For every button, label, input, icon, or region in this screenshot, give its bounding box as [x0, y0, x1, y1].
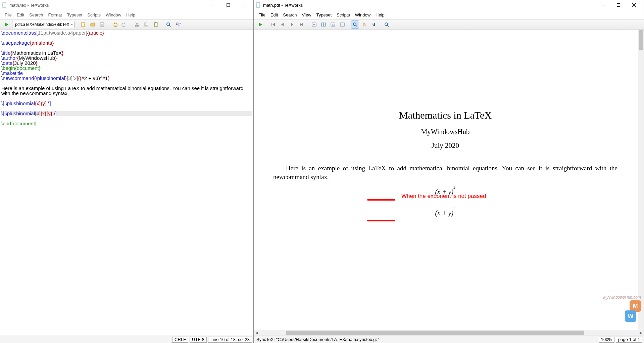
undo-button[interactable] [111, 20, 119, 29]
chevron-down-icon: ▾ [71, 23, 73, 26]
scroll-tool-button[interactable] [360, 20, 368, 29]
editor-menubar: File Edit Search Format Typeset Scripts … [0, 10, 253, 19]
fit-page-button[interactable] [319, 20, 328, 29]
annotation-text: When the exponent is not passed [401, 193, 486, 200]
pdf-viewport[interactable]: Mathematics in LaTeX MyWindowsHub July 2… [254, 30, 644, 330]
status-synctex: SyncTeX: "C:/Users/Harsit/Documents/LATE… [255, 337, 380, 342]
select-text-button[interactable]: A [370, 20, 378, 29]
menu-edit[interactable]: Edit [268, 11, 280, 18]
svg-point-49 [385, 23, 388, 26]
tok: \plusbinomial [36, 75, 65, 81]
fit-window-button[interactable] [338, 20, 346, 29]
menu-file[interactable]: File [256, 11, 267, 18]
first-page-button[interactable] [269, 20, 277, 29]
svg-line-24 [169, 25, 170, 27]
svg-marker-33 [273, 23, 275, 26]
tok: \documentclass [1, 30, 36, 36]
prev-page-button[interactable] [279, 20, 287, 29]
tok: {article} [87, 30, 104, 36]
menu-typeset[interactable]: Typeset [314, 11, 334, 18]
tok: [11pt,twoside,a4paper] [36, 30, 87, 36]
menu-scripts[interactable]: Scripts [335, 11, 352, 18]
redo-button[interactable] [120, 20, 128, 29]
status-cursor[interactable]: Line 16 of 18; col 28 [208, 337, 252, 343]
cut-button[interactable] [133, 20, 141, 29]
next-page-button[interactable] [288, 20, 296, 29]
paste-button[interactable] [152, 20, 160, 29]
menu-typeset[interactable]: Typeset [65, 11, 85, 18]
magnify-tool-button[interactable] [351, 20, 359, 29]
fit-width-button[interactable] [310, 20, 318, 29]
status-eol[interactable]: CRLF [172, 337, 188, 343]
tok: \newcommand [1, 75, 34, 81]
menu-format[interactable]: Format [46, 11, 64, 18]
svg-line-46 [356, 25, 357, 27]
pdf-doc-title: Mathematics in LaTeX [254, 110, 637, 121]
typeset-button[interactable] [3, 20, 11, 29]
open-file-button[interactable] [89, 20, 97, 29]
editor-title: math.tex - TeXworks [9, 3, 205, 8]
svg-point-23 [167, 23, 169, 26]
find-button[interactable] [164, 20, 172, 29]
new-file-button[interactable] [79, 20, 87, 29]
close-button[interactable] [626, 0, 642, 10]
tok: [3][2] [67, 75, 78, 81]
engine-combo-label: pdfLaTeX+MakeIndex+BibTeX [15, 22, 69, 27]
copy-button[interactable] [142, 20, 150, 29]
minimize-button[interactable] [595, 0, 611, 10]
tok: } [62, 50, 63, 56]
svg-rect-28 [617, 4, 620, 7]
maximize-button[interactable] [220, 0, 236, 10]
scroll-left-icon[interactable]: ◀ [254, 331, 259, 335]
svg-marker-35 [291, 23, 293, 26]
status-zoom[interactable]: 100% [599, 337, 614, 343]
svg-marker-34 [281, 23, 284, 26]
menu-window[interactable]: Window [104, 11, 123, 18]
tok: {amsfonts} [30, 40, 54, 46]
maximize-button[interactable] [611, 0, 626, 10]
tok: \] [47, 100, 51, 106]
svg-rect-11 [101, 23, 103, 24]
svg-line-50 [387, 25, 389, 27]
code-editor[interactable]: \documentclass[11pt,twoside,a4paper]{art… [0, 30, 253, 336]
close-button[interactable] [236, 0, 251, 10]
typeset-button[interactable] [256, 20, 264, 29]
save-file-button[interactable] [98, 20, 106, 29]
svg-marker-7 [5, 23, 8, 27]
menu-scripts[interactable]: Scripts [85, 11, 103, 18]
svg-point-25 [176, 23, 178, 25]
minimize-button[interactable] [205, 0, 220, 10]
svg-rect-1 [3, 4, 5, 4]
tok: \usepackage [1, 40, 30, 46]
pdf-toolbar: 1:1 A [254, 19, 644, 30]
app-icon [2, 2, 7, 8]
menu-search[interactable]: Search [281, 11, 299, 18]
status-page[interactable]: page 1 of 1 [616, 337, 642, 343]
svg-marker-36 [300, 23, 302, 26]
horizontal-scrollbar[interactable]: ◀ ▶ [254, 330, 644, 336]
engine-combo[interactable]: pdfLaTeX+MakeIndex+BibTeX▾ [12, 21, 75, 28]
vertical-scrollbar[interactable] [638, 30, 644, 330]
menu-search[interactable]: Search [27, 11, 45, 18]
tok: #2 + #3)^#1 [82, 75, 108, 81]
status-encoding[interactable]: UTF-8 [190, 337, 207, 343]
menu-edit[interactable]: Edit [15, 11, 26, 18]
pdf-window: math.pdf - TeXworks File Edit Search Vie… [254, 0, 644, 343]
menu-view[interactable]: View [300, 11, 313, 18]
tok: } [55, 55, 57, 61]
menu-help[interactable]: Help [374, 11, 387, 18]
tok: {x}{y} [41, 111, 52, 116]
scroll-right-icon[interactable]: ▶ [638, 331, 644, 335]
menu-file[interactable]: File [3, 11, 14, 18]
pdf-menubar: File Edit Search View Typeset Scripts Wi… [254, 10, 644, 19]
menu-window[interactable]: Window [353, 11, 373, 18]
tok: {( [78, 75, 81, 81]
last-page-button[interactable] [297, 20, 305, 29]
svg-point-45 [353, 23, 356, 26]
annotation-underline-1 [367, 199, 395, 201]
replace-button[interactable] [174, 20, 182, 29]
menu-help[interactable]: Help [124, 11, 137, 18]
find-pdf-button[interactable] [383, 20, 391, 29]
actual-size-button[interactable]: 1:1 [329, 20, 337, 29]
tok: \[ \plusbinomial [1, 111, 35, 116]
